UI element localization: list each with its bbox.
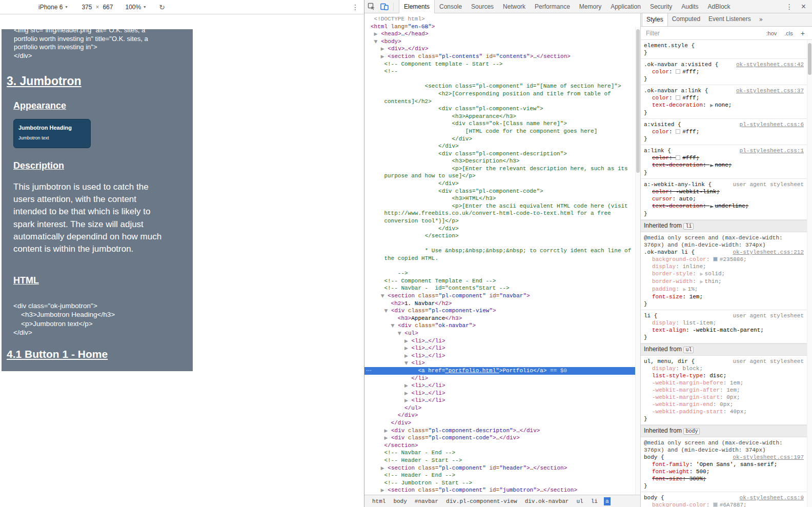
node-menu-dots-icon[interactable]: ⋯ xyxy=(366,367,372,375)
dom-node-line[interactable]: ▼ <section class="pl-component" id="navb… xyxy=(364,292,640,300)
dom-node-line[interactable]: <div class="pl-component-view"> xyxy=(364,105,640,113)
css-property[interactable]: color: #fff; xyxy=(644,68,804,75)
devtools-tab-console[interactable]: Console xyxy=(435,0,466,13)
dom-node-line[interactable]: <h3>Description</h3> xyxy=(364,157,640,165)
css-property[interactable]: -webkit-margin-before: 1em; xyxy=(644,379,804,387)
scrollbar-thumb[interactable] xyxy=(636,29,640,173)
dom-node-line[interactable]: <!-- Navbar - End --> xyxy=(364,449,640,457)
filter-input[interactable]: Filter xyxy=(646,30,660,37)
breadcrumb-item-html[interactable]: html xyxy=(371,497,387,505)
node-link[interactable]: body xyxy=(683,428,700,435)
dom-node-line[interactable]: ▼ <body> xyxy=(364,38,640,46)
stylesheet-link[interactable]: ok-stylesheet.css:9 xyxy=(740,494,804,501)
dom-node-line[interactable]: </div> xyxy=(364,412,640,419)
breadcrumb-item-body[interactable]: body xyxy=(392,497,408,505)
rotate-viewport-icon[interactable]: ↻ xyxy=(159,3,165,11)
css-property[interactable]: background-color: #6A7887; xyxy=(644,501,804,507)
dom-node-line[interactable] xyxy=(364,240,640,248)
device-toolbar-menu-icon[interactable]: ⋮ xyxy=(352,3,359,11)
dom-node-line[interactable]: ▶ <div>…</div> xyxy=(364,45,640,53)
dom-node-line[interactable]: <!-- Component Template - End --> xyxy=(364,277,640,285)
dom-node-line[interactable]: ▶ <section class="pl-component" id="jumb… xyxy=(364,486,640,494)
expand-value-arrow-icon[interactable]: ▶ xyxy=(683,287,686,292)
dom-node-line[interactable]: <!-- xyxy=(364,68,640,75)
dom-node-line[interactable]: ▶ <div class="pl-component-code">…</div> xyxy=(364,434,640,442)
disclosure-arrow-icon[interactable]: ▼ xyxy=(391,323,395,328)
dom-node-line[interactable]: ▶ <section class="pl-component" id="head… xyxy=(364,464,640,472)
dom-node-line[interactable]: <!DOCTYPE html> xyxy=(364,15,640,23)
disclosure-arrow-icon[interactable]: ▶ xyxy=(374,31,378,36)
dom-node-line[interactable]: <h3>HTML</h3> xyxy=(364,195,640,202)
color-swatch[interactable] xyxy=(713,502,718,507)
devtools-tab-application[interactable]: Application xyxy=(606,0,645,13)
styles-tab-computed[interactable]: Computed xyxy=(668,13,704,26)
dom-node-line[interactable] xyxy=(364,262,640,270)
dom-node-line[interactable]: </div> xyxy=(364,225,640,233)
expand-value-arrow-icon[interactable]: ▶ xyxy=(700,279,703,284)
css-property[interactable]: list-style-type: disc; xyxy=(644,372,804,379)
dom-node-line[interactable]: contents]</h2> xyxy=(364,98,640,106)
disclosure-arrow-icon[interactable]: ▶ xyxy=(404,398,408,403)
dom-node-line[interactable]: <p>[Enter the ascii equivalent HTML code… xyxy=(364,202,640,210)
disclosure-arrow-icon[interactable]: ▼ xyxy=(398,331,401,336)
dom-node-line[interactable]: the copied HTML. xyxy=(364,255,640,262)
dom-node-line[interactable]: </div> xyxy=(364,143,640,150)
dom-node-line[interactable]: ▶ <li>…</li> xyxy=(364,397,640,404)
dom-node-line[interactable] xyxy=(364,75,640,83)
rule-selector[interactable]: a:link xyxy=(644,148,664,154)
css-property[interactable]: font-size: 300%; xyxy=(644,475,804,482)
styles-tab-styles[interactable]: Styles xyxy=(642,13,668,26)
dom-node-line[interactable]: </div> xyxy=(364,180,640,188)
dom-node-line[interactable]: <!-- Jumbotron - End --> xyxy=(364,494,640,495)
css-property[interactable]: color: #fff; xyxy=(644,94,804,102)
breadcrumb-item-a[interactable]: a xyxy=(604,497,611,505)
dom-node-line[interactable]: ▶ <li>…</li> xyxy=(364,344,640,352)
dom-node-line[interactable]: <p>[Enter the relevant description here,… xyxy=(364,165,640,173)
dom-node-line[interactable]: <div class="pl-component-description"> xyxy=(364,150,640,158)
devtools-tab-adblock[interactable]: AdBlock xyxy=(703,0,735,13)
dom-node-line[interactable]: ▶ <li>…</li> xyxy=(364,382,640,390)
new-style-rule-button[interactable]: + xyxy=(801,29,805,37)
css-property[interactable]: -webkit-margin-after: 1em; xyxy=(644,387,804,394)
dom-node-line[interactable]: </section> xyxy=(364,232,640,240)
breadcrumb-item-div-pl-component-view[interactable]: div.pl-component-view xyxy=(444,497,519,505)
dom-node-line[interactable]: ▼ <div class="pl-component-view"> xyxy=(364,307,640,315)
dom-node-line[interactable]: <!-- Header - Start --> xyxy=(364,457,640,464)
css-property[interactable]: padding: ▶1%; xyxy=(644,286,804,293)
color-swatch[interactable] xyxy=(713,257,718,261)
css-property[interactable]: text-decoration: ▶underline; xyxy=(644,202,804,210)
dom-node-line[interactable]: <h2>[Corresponding position and title fr… xyxy=(364,90,640,98)
dom-node-line[interactable]: <!-- Header - End --> xyxy=(364,472,640,479)
dom-node-line[interactable]: ▶ <div class="pl-component-descripton">…… xyxy=(364,427,640,435)
dom-node-line[interactable]: ▼ <ul> xyxy=(364,330,640,337)
css-property[interactable]: background-color: #235886; xyxy=(644,256,804,263)
device-toolbar-toggle-icon[interactable] xyxy=(378,0,391,13)
css-property[interactable]: display: inline; xyxy=(644,263,804,270)
dom-node-line[interactable]: </section> xyxy=(364,442,640,450)
dom-node-line[interactable]: ▶ <head>…</head> xyxy=(364,30,640,38)
dom-node-line[interactable]: ▶ <li>…</li> xyxy=(364,337,640,345)
dom-node-line[interactable]: <h2>1. Navbar</h2> xyxy=(364,300,640,308)
stylesheet-link[interactable]: ok-stylesheet.css:42 xyxy=(736,61,804,68)
dom-node-line[interactable]: </ul> xyxy=(364,404,640,412)
rule-selector[interactable]: a:-webkit-any-link xyxy=(644,181,705,188)
css-property[interactable]: text-decoration: ▶none; xyxy=(644,161,804,169)
selected-dom-node[interactable]: ⋯ <a href="portfolio.html">Portfolio</a>… xyxy=(364,367,640,375)
disclosure-arrow-icon[interactable]: ▶ xyxy=(404,391,408,396)
color-swatch[interactable] xyxy=(676,69,680,74)
dom-node-line[interactable]: <!-- Navbar - id="contents"Start --> xyxy=(364,285,640,292)
rule-selector[interactable]: ul, menu, dir xyxy=(644,358,688,364)
devtools-tab-audits[interactable]: Audits xyxy=(677,0,703,13)
disclosure-arrow-icon[interactable]: ▶ xyxy=(381,465,384,471)
disclosure-arrow-icon[interactable]: ▶ xyxy=(404,383,408,388)
scrollbar-thumb[interactable] xyxy=(808,43,811,75)
css-property[interactable]: color: -webkit-link; xyxy=(644,188,804,195)
css-property[interactable]: text-align: -webkit-match-parent; xyxy=(644,327,804,334)
node-link[interactable]: ul xyxy=(683,347,694,353)
stylesheet-link[interactable]: pl-stylesheet.css:1 xyxy=(740,147,804,154)
rule-selector[interactable]: .ok-navbar li xyxy=(644,249,688,255)
dom-node-line[interactable]: <section class="pl-component" id="[Name … xyxy=(364,83,640,90)
more-tabs-chevron[interactable]: » xyxy=(759,13,763,26)
css-property[interactable]: font-family: 'Open Sans', sans-serif; xyxy=(644,461,804,468)
dom-node-line[interactable]: ▼ <li> xyxy=(364,359,640,367)
